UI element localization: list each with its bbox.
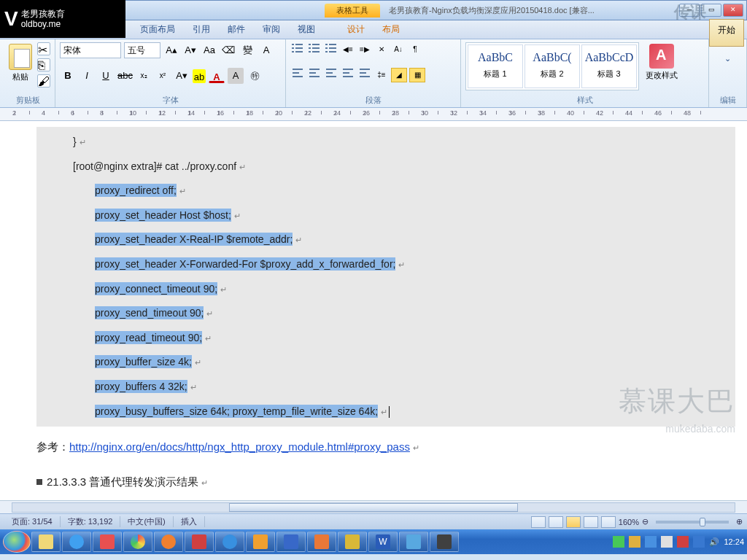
task-app7[interactable]	[430, 532, 459, 552]
horizontal-scrollbar[interactable]	[0, 500, 747, 513]
scrollbar-thumb[interactable]	[229, 503, 518, 512]
task-explorer[interactable]	[31, 532, 61, 552]
task-qq[interactable]	[62, 532, 91, 552]
character-border-button[interactable]: A	[258, 42, 274, 58]
print-layout-view[interactable]	[531, 516, 546, 528]
outline-view[interactable]	[584, 516, 598, 528]
task-app2[interactable]	[185, 532, 214, 552]
font-size-combo[interactable]: 五号	[124, 42, 160, 58]
character-shading-button[interactable]: A	[228, 68, 244, 84]
word-count[interactable]: 字数: 13,192	[61, 516, 121, 527]
change-case-button[interactable]: Aa	[201, 42, 217, 58]
font-family-combo[interactable]: 宋体	[60, 42, 121, 58]
style-heading1[interactable]: AaBbC标题 1	[468, 44, 523, 88]
tray-icon[interactable]	[629, 536, 640, 548]
asian-layout-button[interactable]: ✕	[374, 42, 389, 57]
insert-mode[interactable]: 插入	[174, 516, 205, 527]
enclose-characters-button[interactable]: ㊕	[247, 68, 263, 84]
style-heading2[interactable]: AaBbC(标题 2	[525, 44, 580, 88]
tray-icon[interactable]	[693, 536, 705, 548]
line-spacing-button[interactable]: ‡≡	[374, 68, 389, 82]
tab-layout[interactable]: 布局	[374, 20, 409, 39]
subscript-button[interactable]: x₂	[136, 68, 152, 84]
cut-button[interactable]: ✂	[37, 42, 50, 55]
change-styles-icon	[649, 44, 674, 69]
task-vm[interactable]	[276, 532, 306, 552]
borders-button[interactable]: ▦	[409, 68, 425, 82]
draft-view[interactable]	[601, 516, 616, 528]
task-app1[interactable]	[93, 532, 122, 552]
zoom-slider[interactable]	[656, 521, 729, 524]
bold-button[interactable]: B	[60, 68, 76, 84]
distributed-button[interactable]	[357, 68, 372, 82]
copy-button[interactable]: ⎘	[37, 58, 50, 71]
strikethrough-button[interactable]: abc	[117, 68, 133, 84]
system-tray[interactable]: 🔊 12:24	[613, 536, 744, 548]
decrease-indent-button[interactable]: ◀≡	[341, 42, 355, 57]
document-area[interactable]: }↵ [root@nginx extra]# cat ../proxy.conf…	[0, 121, 747, 500]
start-tab[interactable]: 开始	[709, 19, 744, 47]
style-heading3[interactable]: AaBbCcD标题 3	[581, 44, 637, 88]
bullets-button[interactable]	[290, 42, 305, 57]
reference-link[interactable]: http://nginx.org/en/docs/http/ngx_http_p…	[69, 440, 410, 453]
align-left-button[interactable]	[290, 68, 305, 82]
web-layout-view[interactable]	[566, 516, 581, 528]
full-screen-view[interactable]	[549, 516, 563, 528]
show-hide-button[interactable]: ¶	[408, 42, 422, 57]
phonetic-guide-button[interactable]: 變	[239, 42, 255, 58]
shrink-font-button[interactable]: A▾	[182, 42, 198, 58]
zoom-out-button[interactable]: ⊖	[642, 517, 649, 526]
style-gallery[interactable]: AaBbC标题 1 AaBbC(标题 2 AaBbCcD标题 3	[465, 42, 639, 90]
task-ie[interactable]	[215, 532, 244, 552]
numbering-button[interactable]	[307, 42, 322, 57]
tab-mailings[interactable]: 邮件	[219, 20, 254, 39]
clipboard-group: 粘贴 ✂ ⎘ 🖌 剪贴板	[1, 39, 55, 107]
tab-design[interactable]: 设计	[338, 20, 374, 39]
highlight-button[interactable]: ab	[193, 69, 206, 83]
close-button[interactable]: ✕	[723, 4, 743, 17]
grow-font-button[interactable]: A▴	[163, 42, 179, 58]
justify-button[interactable]	[341, 68, 355, 82]
zoom-level[interactable]: 160%	[619, 518, 639, 526]
paste-button[interactable]: 粘贴	[6, 42, 34, 88]
language-indicator[interactable]: 中文(中国)	[120, 516, 173, 527]
zoom-in-button[interactable]: ⊕	[736, 517, 743, 526]
tab-view[interactable]: 视图	[289, 20, 324, 39]
task-app4[interactable]	[307, 532, 336, 552]
task-app5[interactable]	[338, 532, 367, 552]
start-button[interactable]	[3, 531, 31, 553]
tab-review[interactable]: 审阅	[254, 20, 289, 39]
underline-button[interactable]: U	[98, 68, 114, 84]
task-chrome[interactable]	[123, 532, 152, 552]
clock[interactable]: 12:24	[724, 537, 744, 546]
tab-references[interactable]: 引用	[184, 20, 219, 39]
task-app6[interactable]	[399, 532, 428, 552]
paste-icon	[9, 44, 32, 70]
sort-button[interactable]: A↓	[391, 42, 406, 57]
superscript-button[interactable]: x²	[155, 68, 171, 84]
tray-icon[interactable]	[645, 536, 657, 548]
align-right-button[interactable]	[324, 68, 338, 82]
italic-button[interactable]: I	[79, 68, 95, 84]
increase-indent-button[interactable]: ≡▶	[357, 42, 372, 57]
clear-formatting-button[interactable]: ⌫	[220, 42, 236, 58]
task-firefox[interactable]	[154, 532, 183, 552]
page-indicator[interactable]: 页面: 31/54	[4, 516, 61, 527]
horizontal-ruler[interactable]: 2468101214161820222426283032343638404244…	[0, 108, 747, 121]
tray-icon[interactable]	[677, 536, 689, 548]
shading-button[interactable]: ◢	[391, 68, 407, 82]
multilevel-list-button[interactable]	[324, 42, 338, 57]
text-effects-button[interactable]: A▾	[174, 68, 190, 84]
volume-icon[interactable]: 🔊	[709, 537, 719, 547]
change-styles-button[interactable]: 更改样式	[643, 42, 680, 93]
tray-icon[interactable]	[661, 536, 673, 548]
tab-page-layout[interactable]: 页面布局	[131, 20, 184, 39]
align-center-button[interactable]	[307, 68, 322, 82]
font-color-button[interactable]: A	[209, 69, 225, 83]
body-text: 实际测试的配置：↵	[36, 499, 735, 500]
task-word[interactable]: W	[368, 532, 398, 552]
task-app3[interactable]	[246, 532, 275, 552]
config-line: proxy_set_header X-Real-IP $remote_addr;…	[44, 228, 728, 252]
format-painter-button[interactable]: 🖌	[37, 74, 50, 88]
tray-icon[interactable]	[613, 536, 624, 548]
